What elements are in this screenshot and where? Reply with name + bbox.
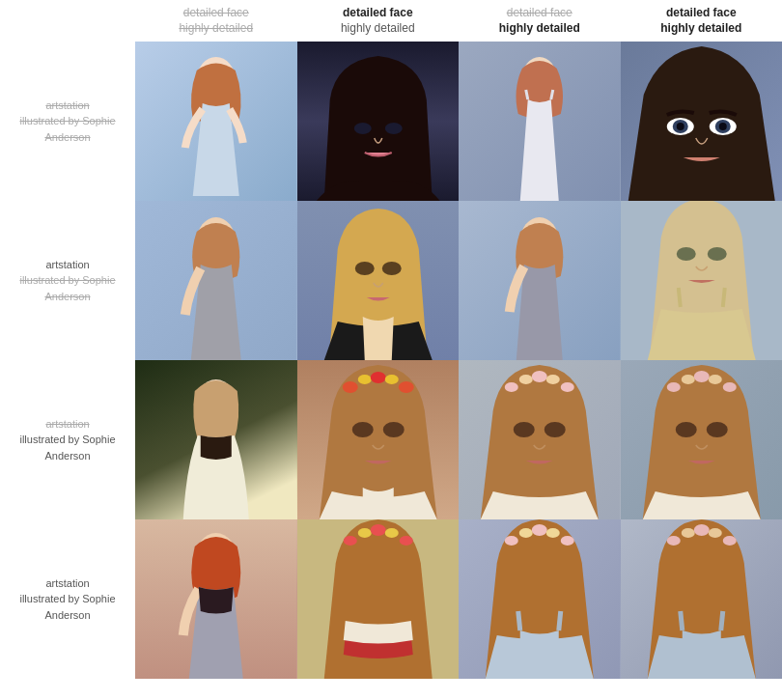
svg-point-40 bbox=[382, 422, 404, 437]
row3-label-illustrated: illustrated by Sophie bbox=[19, 434, 115, 445]
header-col4-line2: highly detailed bbox=[660, 21, 741, 37]
row-label-1: artstation illustrated by Sophie Anderso… bbox=[0, 42, 135, 201]
svg-point-58 bbox=[706, 422, 727, 437]
image-row1-col2 bbox=[297, 42, 460, 201]
svg-point-28 bbox=[676, 247, 695, 261]
row-label-3: artstation illustrated by Sophie Anderso… bbox=[0, 360, 135, 519]
svg-point-36 bbox=[370, 372, 385, 383]
svg-point-78 bbox=[666, 536, 680, 546]
svg-point-66 bbox=[370, 524, 385, 536]
svg-point-45 bbox=[532, 371, 547, 382]
svg-point-75 bbox=[561, 536, 574, 546]
svg-point-35 bbox=[357, 375, 371, 384]
header-col2-line1: detailed face bbox=[343, 6, 413, 21]
image-row2-col1 bbox=[135, 201, 297, 360]
image-row4-col2 bbox=[297, 519, 460, 679]
image-row2-col3 bbox=[459, 201, 621, 360]
svg-point-57 bbox=[675, 422, 696, 437]
svg-point-52 bbox=[666, 382, 680, 392]
row-label-4: artstation illustrated by Sophie Anderso… bbox=[0, 519, 135, 679]
row3-label-anderson: Anderson bbox=[44, 450, 90, 462]
svg-point-67 bbox=[384, 528, 398, 538]
image-row3-col1 bbox=[135, 360, 297, 519]
header-col3-line2: highly detailed bbox=[499, 21, 580, 37]
header-corner bbox=[0, 0, 135, 42]
header-col2: detailed face highly detailed bbox=[297, 0, 460, 42]
row1-label-artstation: artstation bbox=[45, 99, 89, 111]
header-col2-line2: highly detailed bbox=[341, 21, 415, 37]
image-row3-col3 bbox=[459, 360, 621, 519]
svg-point-68 bbox=[399, 536, 412, 546]
row-label-2: artstation illustrated by Sophie Anderso… bbox=[0, 201, 135, 360]
main-grid: detailed face highly detailed detailed f… bbox=[0, 0, 782, 700]
svg-point-5 bbox=[384, 123, 402, 134]
image-row1-col4 bbox=[621, 42, 783, 201]
row4-label-anderson: Anderson bbox=[44, 609, 90, 621]
svg-point-82 bbox=[722, 536, 736, 546]
row1-label-illustrated: illustrated by Sophie bbox=[19, 115, 115, 126]
row2-label-artstation: artstation bbox=[45, 259, 89, 270]
row1-label-anderson: Anderson bbox=[44, 131, 90, 143]
row4-label-illustrated: illustrated by Sophie bbox=[19, 593, 115, 604]
header-col1-line2: highly detailed bbox=[179, 21, 253, 37]
svg-point-29 bbox=[707, 247, 726, 261]
image-row3-col4 bbox=[621, 360, 783, 519]
svg-point-16 bbox=[718, 123, 726, 130]
svg-point-38 bbox=[398, 381, 413, 393]
image-row4-col1 bbox=[135, 519, 297, 679]
image-row2-col4 bbox=[621, 201, 783, 360]
svg-point-44 bbox=[519, 375, 533, 384]
svg-point-72 bbox=[519, 528, 533, 538]
row2-label-illustrated: illustrated by Sophie bbox=[19, 274, 115, 286]
svg-point-71 bbox=[505, 536, 518, 546]
row4-label-artstation: artstation bbox=[45, 577, 89, 589]
svg-point-79 bbox=[681, 528, 694, 538]
svg-point-55 bbox=[708, 375, 721, 384]
svg-point-4 bbox=[353, 123, 371, 134]
header-col3-line1: detailed face bbox=[507, 6, 573, 21]
svg-point-22 bbox=[381, 262, 401, 275]
image-row4-col4 bbox=[621, 519, 783, 679]
svg-point-39 bbox=[351, 422, 373, 437]
svg-point-54 bbox=[693, 371, 709, 382]
header-col4-line1: detailed face bbox=[666, 6, 737, 21]
svg-point-74 bbox=[546, 528, 560, 538]
svg-point-21 bbox=[354, 262, 374, 275]
svg-point-49 bbox=[545, 422, 566, 437]
svg-point-48 bbox=[514, 422, 535, 437]
header-col1: detailed face highly detailed bbox=[135, 0, 297, 42]
image-row4-col3 bbox=[459, 519, 621, 679]
svg-point-80 bbox=[693, 524, 709, 536]
svg-point-46 bbox=[546, 375, 560, 384]
svg-point-43 bbox=[505, 382, 518, 392]
image-row3-col2 bbox=[297, 360, 460, 519]
image-row1-col3 bbox=[459, 42, 621, 201]
svg-point-65 bbox=[357, 528, 371, 538]
header-col3: detailed face highly detailed bbox=[459, 0, 621, 42]
row3-label-artstation: artstation bbox=[45, 418, 89, 430]
header-col1-line1: detailed face bbox=[183, 6, 249, 21]
svg-point-15 bbox=[676, 123, 684, 130]
header-col4: detailed face highly detailed bbox=[621, 0, 783, 42]
svg-point-47 bbox=[561, 382, 574, 392]
image-row2-col2 bbox=[297, 201, 460, 360]
row2-label-anderson: Anderson bbox=[44, 291, 90, 302]
svg-point-37 bbox=[384, 375, 398, 384]
svg-point-81 bbox=[708, 528, 721, 538]
svg-point-73 bbox=[532, 524, 547, 536]
svg-point-53 bbox=[681, 375, 694, 384]
svg-point-64 bbox=[343, 536, 356, 546]
svg-point-56 bbox=[722, 382, 736, 392]
image-row1-col1 bbox=[135, 42, 297, 201]
svg-point-34 bbox=[342, 381, 357, 393]
